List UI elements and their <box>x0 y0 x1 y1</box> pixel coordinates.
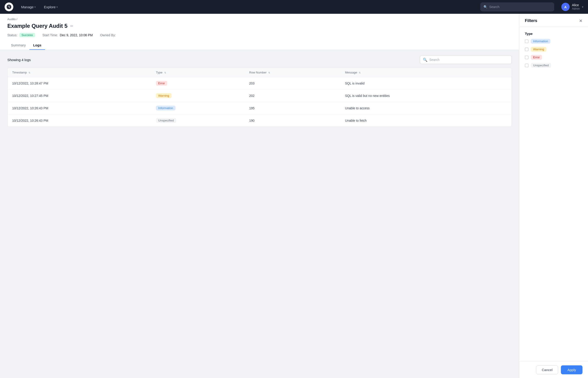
filter-options: Information Warning Error Unspecified <box>525 39 583 68</box>
cell-timestamp: 10/12/2022, 10:26:43 PM <box>8 102 151 114</box>
filter-checkbox[interactable] <box>525 64 529 67</box>
cell-row-number: 190 <box>245 114 340 127</box>
table-row: 10/12/2022, 10:26:43 PM Information 195 … <box>8 102 511 114</box>
table-row: 10/12/2022, 10:28:47 PM Error 203 SQL is… <box>8 77 511 90</box>
type-badge: Unspecified <box>156 118 176 123</box>
tab-summary[interactable]: Summary <box>7 41 29 50</box>
svg-point-0 <box>9 6 9 7</box>
avatar: A <box>561 3 570 11</box>
filter-checkbox[interactable] <box>525 48 529 51</box>
col-timestamp[interactable]: Timestamp ⇅ <box>8 68 151 77</box>
filter-label: Warning <box>531 47 547 52</box>
cell-type: Unspecified <box>151 114 245 127</box>
cell-row-number: 195 <box>245 102 340 114</box>
cell-type: Information <box>151 102 245 114</box>
col-type[interactable]: Type ⇅ <box>151 68 245 77</box>
filter-checkbox[interactable] <box>525 40 529 43</box>
cell-message: SQL is invalid <box>340 77 511 90</box>
filter-item[interactable]: Information <box>525 39 583 44</box>
filter-title: Filters <box>525 18 537 23</box>
filter-checkbox[interactable] <box>525 55 529 59</box>
explore-chevron-icon: ▾ <box>56 6 58 8</box>
page-meta: Status: Success Start Time: Dec 9, 2022,… <box>7 33 512 37</box>
logs-count: Showing 4 logs <box>7 58 31 62</box>
page-header: Audits / Example Query Audit 5 ✏ Status:… <box>0 14 519 50</box>
page-title: Example Query Audit 5 <box>7 23 68 29</box>
page-title-row: Example Query Audit 5 ✏ <box>7 23 512 29</box>
filter-type-label: Type <box>525 32 583 36</box>
filter-footer: Cancel Apply <box>519 362 588 378</box>
cell-type: Error <box>151 77 245 90</box>
content-area: Audits / Example Query Audit 5 ✏ Status:… <box>0 14 519 378</box>
tab-logs[interactable]: Logs <box>29 41 45 50</box>
type-badge: Error <box>156 81 167 86</box>
breadcrumb: Audits / <box>7 17 512 21</box>
search-input[interactable] <box>489 5 551 9</box>
close-icon[interactable]: ✕ <box>579 19 583 23</box>
sort-icon: ⇅ <box>359 71 361 74</box>
owned-by-meta: Owned By: <box>100 33 116 37</box>
table-header-row: Timestamp ⇅ Type ⇅ Row Number ⇅ <box>8 68 511 77</box>
table-row: 10/12/2022, 10:26:43 PM Unspecified 190 … <box>8 114 511 127</box>
logs-toolbar: Showing 4 logs 🔍 <box>7 55 512 64</box>
main-layout: Audits / Example Query Audit 5 ✏ Status:… <box>0 14 588 378</box>
user-info: Alice Admin <box>572 3 580 11</box>
cell-row-number: 202 <box>245 90 340 102</box>
cell-timestamp: 10/12/2022, 10:26:43 PM <box>8 114 151 127</box>
global-search[interactable]: 🔍 <box>480 2 554 11</box>
edit-icon[interactable]: ✏ <box>70 24 73 28</box>
type-badge: Warning <box>156 93 172 98</box>
filter-body: Type Information Warning Error Unspecifi… <box>519 27 588 362</box>
cell-type: Warning <box>151 90 245 102</box>
col-message[interactable]: Message ⇅ <box>340 68 511 77</box>
sort-icon: ⇅ <box>164 71 166 74</box>
cancel-button[interactable]: Cancel <box>536 365 558 374</box>
type-badge: Information <box>156 106 176 110</box>
filter-label: Unspecified <box>531 63 551 68</box>
user-menu[interactable]: A Alice Admin ▾ <box>561 3 583 11</box>
table-row: 10/12/2022, 10:27:45 PM Warning 202 SQL … <box>8 90 511 102</box>
breadcrumb-parent[interactable]: Audits <box>7 17 16 21</box>
apply-button[interactable]: Apply <box>561 365 583 374</box>
logs-table: Timestamp ⇅ Type ⇅ Row Number ⇅ <box>7 68 512 127</box>
cell-message: Unable to fetch <box>340 114 511 127</box>
user-chevron-icon: ▾ <box>582 5 583 9</box>
tabs: Summary Logs <box>7 41 512 50</box>
filter-label: Error <box>531 55 542 60</box>
cell-row-number: 203 <box>245 77 340 90</box>
manage-chevron-icon: ▾ <box>34 6 36 8</box>
logs-search[interactable]: 🔍 <box>420 55 512 64</box>
logs-search-input[interactable] <box>429 58 509 62</box>
manage-menu[interactable]: Manage ▾ <box>19 4 38 10</box>
search-icon: 🔍 <box>423 58 427 62</box>
filter-panel: Filters ✕ Type Information Warning Error… <box>519 14 588 378</box>
start-time-meta: Start Time: Dec 9, 2022, 10:06 PM <box>42 33 93 37</box>
app-logo[interactable] <box>5 2 13 11</box>
cell-message: Unable to access <box>340 102 511 114</box>
search-icon: 🔍 <box>483 5 487 9</box>
cell-message: SQL is valid but no new entities <box>340 90 511 102</box>
logs-section: Showing 4 logs 🔍 Timestamp ⇅ <box>0 50 519 132</box>
navbar: Manage ▾ Explore ▾ 🔍 A Alice Admin ▾ <box>0 0 588 14</box>
filter-header: Filters ✕ <box>519 14 588 27</box>
cell-timestamp: 10/12/2022, 10:27:45 PM <box>8 90 151 102</box>
filter-label: Information <box>531 39 550 44</box>
filter-item[interactable]: Error <box>525 55 583 60</box>
explore-menu[interactable]: Explore ▾ <box>41 4 60 10</box>
col-row-number[interactable]: Row Number ⇅ <box>245 68 340 77</box>
cell-timestamp: 10/12/2022, 10:28:47 PM <box>8 77 151 90</box>
status-badge: Success <box>19 33 35 37</box>
filter-item[interactable]: Warning <box>525 47 583 52</box>
sort-icon: ⇅ <box>28 71 30 74</box>
sort-icon: ⇅ <box>268 71 270 74</box>
status-meta: Status: Success <box>7 33 35 37</box>
filter-item[interactable]: Unspecified <box>525 63 583 68</box>
